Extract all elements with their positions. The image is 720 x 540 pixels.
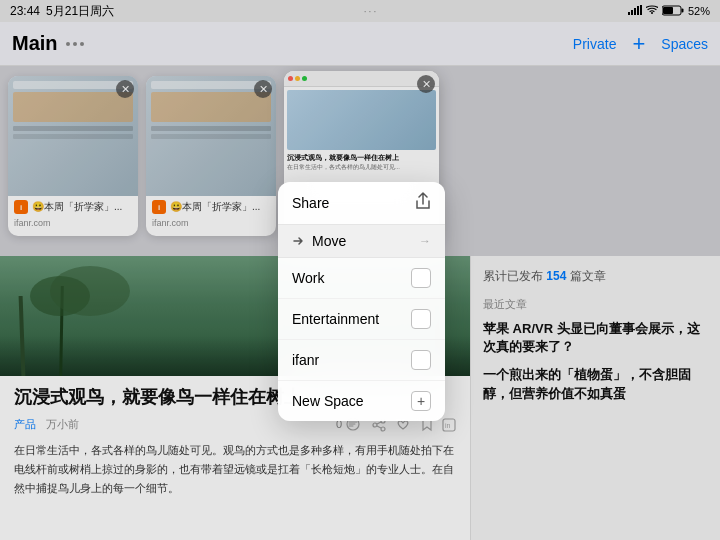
- menu-item-new-space[interactable]: New Space +: [278, 381, 445, 421]
- menu-move-row[interactable]: Move →: [278, 225, 445, 258]
- menu-item-ifanr[interactable]: ifanr: [278, 340, 445, 381]
- context-menu: Share Move → Work Entertainment ifanr Ne…: [278, 182, 445, 421]
- new-space-plus-icon[interactable]: +: [411, 391, 431, 411]
- menu-item-entertainment-label: Entertainment: [292, 311, 379, 327]
- menu-item-entertainment[interactable]: Entertainment: [278, 299, 445, 340]
- menu-checkbox-entertainment[interactable]: [411, 309, 431, 329]
- menu-share-label: Share: [292, 195, 329, 211]
- move-chevron-icon: →: [419, 234, 431, 248]
- menu-share-row[interactable]: Share: [278, 182, 445, 225]
- menu-checkbox-work[interactable]: [411, 268, 431, 288]
- menu-item-work-label: Work: [292, 270, 324, 286]
- menu-move-label: Move: [292, 233, 346, 249]
- share-icon: [415, 192, 431, 214]
- menu-item-work[interactable]: Work: [278, 258, 445, 299]
- menu-item-new-space-label: New Space: [292, 393, 364, 409]
- menu-item-ifanr-label: ifanr: [292, 352, 319, 368]
- menu-checkbox-ifanr[interactable]: [411, 350, 431, 370]
